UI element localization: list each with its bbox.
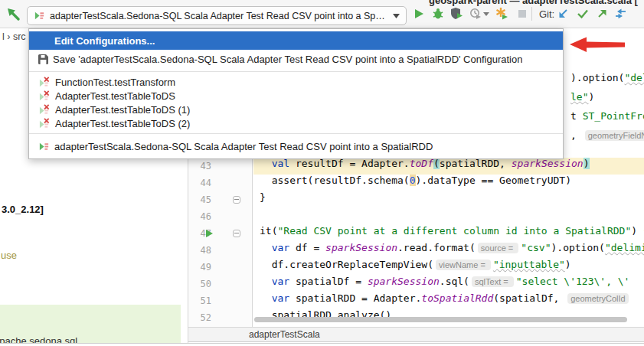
code-line[interactable]: val resultDf = Adapter.toDf(spatialRDD, … bbox=[253, 158, 590, 175]
annotation-arrow-up-left-icon bbox=[5, 6, 22, 23]
menu-item-suggested-configuration[interactable]: adapterTestScala.Sedona-SQL Scala Adapte… bbox=[29, 137, 563, 155]
line-number: 52 bbox=[188, 309, 211, 326]
line-number: 49 bbox=[188, 259, 211, 276]
ide-window: geospark-parent — adapterTestScala.scala… bbox=[0, 0, 644, 346]
code-fragment[interactable]: t ST_PointFro bbox=[570, 110, 644, 127]
code-line[interactable]: var spatialRDD = Adapter.toSpatialRdd(sp… bbox=[253, 292, 631, 309]
editor-breadcrumb-item[interactable]: adapterTestScala bbox=[249, 329, 320, 340]
code-line[interactable]: var df = sparkSession.read.format(source… bbox=[253, 242, 644, 259]
fold-marker-icon[interactable] bbox=[233, 230, 240, 237]
code-line[interactable]: assert(resultDf.schema(0).dataType == Ge… bbox=[253, 175, 571, 191]
line-number: 50 bbox=[188, 276, 211, 292]
line-number: 45 bbox=[188, 191, 211, 208]
chevron-down-icon bbox=[393, 14, 400, 18]
toolbar: geospark-parent — adapterTestScala.scala… bbox=[0, 0, 644, 28]
line-number: 51 bbox=[188, 292, 211, 309]
menu-item-recent-configuration[interactable]: AdapterTest.testTableToDS bbox=[29, 89, 563, 103]
annotation-red-arrow bbox=[568, 36, 628, 54]
run-anything-asterisk-button[interactable] bbox=[495, 7, 508, 21]
line-number: 46 bbox=[188, 208, 211, 225]
menu-item-recent-configuration[interactable]: AdapterTest.testTableToDS (2) bbox=[29, 116, 563, 130]
code-fragment[interactable]: ).option("deli bbox=[570, 72, 644, 89]
line-number: 48 bbox=[188, 242, 211, 259]
menu-item-save-configuration[interactable]: Save 'adapterTestScala.Sedona-SQL Scala … bbox=[29, 50, 563, 68]
code-line[interactable]: df.createOrReplaceTempView(viewName = "i… bbox=[253, 259, 571, 276]
menu-item-recent-configuration[interactable]: FunctionTest.testTransform bbox=[29, 75, 563, 89]
run-button[interactable] bbox=[412, 7, 426, 21]
menu-item-recent-configuration[interactable]: AdapterTest.testTableToDS (1) bbox=[29, 103, 563, 116]
code-line[interactable] bbox=[253, 208, 260, 225]
menu-item-edit-configurations[interactable]: Edit Configurations... bbox=[29, 31, 563, 50]
failed-test-config-icon bbox=[38, 104, 51, 116]
toolbar-separator bbox=[531, 7, 532, 21]
project-tree-item-excluded[interactable]: use bbox=[1, 250, 17, 261]
run-configuration-combo[interactable]: adapterTestScala.Sedona-SQL Scala Adapte… bbox=[27, 6, 407, 25]
menu-separator bbox=[29, 133, 563, 134]
git-commit-button[interactable] bbox=[576, 7, 590, 21]
profiler-button[interactable] bbox=[469, 7, 482, 21]
line-number: 43 bbox=[188, 158, 211, 175]
failed-test-config-icon bbox=[38, 118, 51, 129]
menu-separator bbox=[29, 71, 563, 72]
code-fragment[interactable]: le") bbox=[570, 91, 594, 108]
line-number: 44 bbox=[188, 175, 211, 191]
status-bar-edge bbox=[0, 343, 644, 344]
fold-marker-icon[interactable] bbox=[233, 196, 240, 204]
window-title: geospark-parent — adapterTestScala.scala… bbox=[429, 0, 638, 6]
git-fetch-button[interactable] bbox=[614, 7, 628, 21]
scalatest-config-icon bbox=[34, 10, 45, 21]
run-configuration-name: adapterTestScala.Sedona-SQL Scala Adapte… bbox=[50, 11, 388, 21]
editor-bottom-breadcrumb-bar: adapterTestScala bbox=[188, 327, 644, 342]
run-test-gutter-icon[interactable] bbox=[205, 229, 214, 238]
run-with-coverage-button[interactable] bbox=[450, 7, 464, 21]
scalatest-config-icon bbox=[38, 141, 50, 152]
run-configurations-dropdown: Edit Configurations... Save 'adapterTest… bbox=[28, 28, 564, 159]
failed-test-config-icon bbox=[38, 77, 51, 88]
horizontal-scrollbar[interactable] bbox=[254, 317, 627, 322]
git-update-button[interactable] bbox=[557, 7, 570, 21]
breadcrumb[interactable]: l › src bbox=[2, 31, 26, 42]
code-line[interactable]: it("Read CSV point at a different column… bbox=[253, 225, 644, 242]
stop-button bbox=[515, 7, 529, 21]
save-icon bbox=[38, 54, 48, 64]
code-fragment[interactable]: , geometryFieldN bbox=[570, 129, 644, 146]
project-tree-selected-row[interactable]: apache sedona sql bbox=[0, 305, 181, 343]
project-tree-selected-label: apache sedona sql bbox=[0, 335, 77, 343]
code-line[interactable]: var spatialDf = sparkSession.sql(sqlText… bbox=[253, 276, 629, 292]
code-line[interactable]: } bbox=[253, 191, 266, 208]
failed-test-config-icon bbox=[38, 90, 51, 102]
git-label: Git: bbox=[539, 8, 554, 20]
debug-button[interactable] bbox=[431, 7, 445, 21]
project-tree-item-module[interactable]: 3.0_2.12] bbox=[2, 204, 44, 215]
profiler-dropdown-chevron-icon[interactable] bbox=[483, 7, 490, 21]
git-push-button[interactable] bbox=[595, 7, 609, 21]
